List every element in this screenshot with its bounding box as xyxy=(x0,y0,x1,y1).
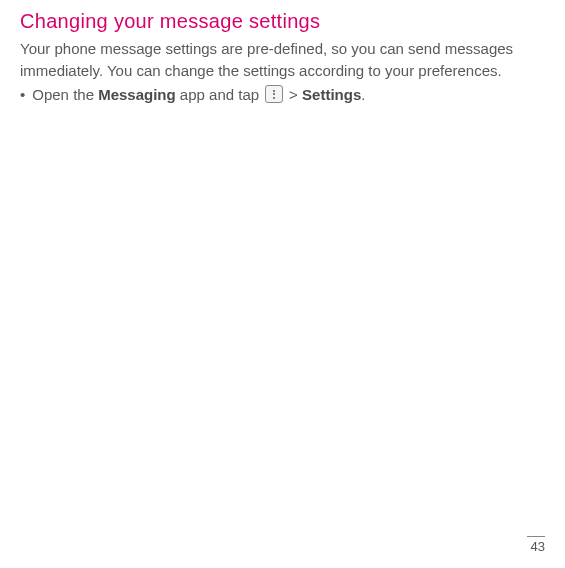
text-prefix: Open the xyxy=(32,86,98,103)
app-name-bold: Messaging xyxy=(98,86,176,103)
three-dots-icon xyxy=(273,90,275,99)
text-gt: > xyxy=(289,86,302,103)
instruction-text: Open the Messaging app and tap xyxy=(32,84,259,105)
bullet-dot: • xyxy=(20,84,25,105)
text-suffix: . xyxy=(361,86,365,103)
body-paragraph-line2: immediately. You can change the settings… xyxy=(20,61,545,81)
instruction-bullet: • Open the Messaging app and tap > Setti… xyxy=(20,84,545,105)
section-heading: Changing your message settings xyxy=(20,10,545,33)
text-middle: app and tap xyxy=(176,86,259,103)
overflow-menu-icon xyxy=(265,85,283,103)
instruction-text-2: > Settings. xyxy=(289,84,365,105)
body-paragraph-line1: Your phone message settings are pre-defi… xyxy=(20,39,545,59)
settings-bold: Settings xyxy=(302,86,361,103)
page-number: 43 xyxy=(527,536,545,554)
